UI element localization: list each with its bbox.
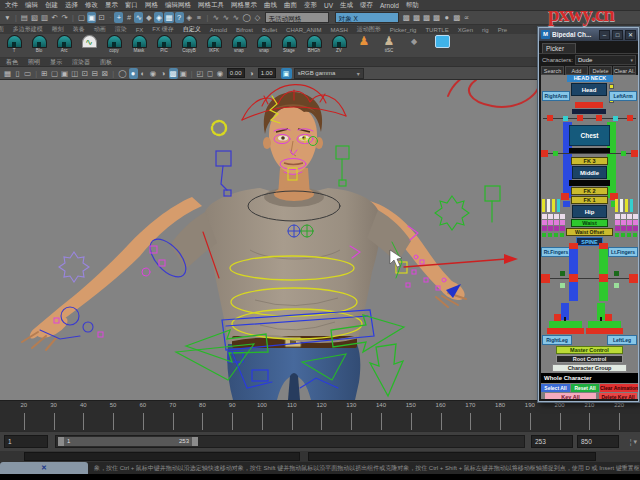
finger-block[interactable] xyxy=(633,233,637,237)
picker-waistoffset-button[interactable]: Waist Offset xyxy=(566,228,613,236)
shelf-tab[interactable]: 装备 xyxy=(73,25,85,34)
shelf-tab[interactable]: XGen xyxy=(458,27,473,33)
picker-head-button[interactable]: Head xyxy=(571,83,607,96)
maximize-icon[interactable]: □ xyxy=(612,30,623,40)
finger-block[interactable] xyxy=(633,226,638,231)
new-scene-icon[interactable]: ▤ xyxy=(20,12,29,23)
occlusion-icon[interactable]: ▩ xyxy=(169,68,178,79)
picker-foot-block[interactable] xyxy=(554,314,561,321)
render-icon[interactable]: ▩ xyxy=(402,12,411,23)
picker-fingers-right[interactable] xyxy=(614,199,638,245)
finger-block[interactable] xyxy=(627,214,632,219)
finger-bar[interactable] xyxy=(615,199,618,212)
shelf-tab[interactable]: rig xyxy=(482,27,489,33)
shelf-tab[interactable]: Bullet xyxy=(262,27,277,33)
picker-ltfingers-button[interactable]: Lt.Fingers xyxy=(608,247,638,257)
anti-alias-icon[interactable]: ▣ xyxy=(179,68,188,79)
picker-foot-block[interactable] xyxy=(605,314,612,321)
film-gate-icon[interactable]: ▢ xyxy=(50,68,59,79)
picker-block[interactable] xyxy=(621,151,626,156)
shelf-tab[interactable]: FX 缓存 xyxy=(152,25,173,34)
command-input[interactable] xyxy=(24,452,300,461)
lookdev-icon[interactable]: ▩ xyxy=(452,12,461,23)
picker-block[interactable] xyxy=(577,115,583,121)
help-tab[interactable]: ✕ xyxy=(0,462,88,474)
key-all-button[interactable]: Key All xyxy=(545,393,596,399)
select-object-icon[interactable]: ▣ xyxy=(87,12,96,23)
shelf-button-bhgh[interactable]: BHGh xyxy=(303,35,325,54)
picker-root-button[interactable]: Root Control xyxy=(556,355,623,363)
menuset-dropdown-icon[interactable]: ▾ xyxy=(3,12,12,23)
character-dropdown[interactable]: Dude ▾ xyxy=(575,55,636,65)
picker-leg-bar[interactable] xyxy=(569,243,578,301)
shelf-button[interactable] xyxy=(428,35,450,48)
finger-block[interactable] xyxy=(560,214,565,219)
field-chart-icon[interactable]: ⊡ xyxy=(80,68,89,79)
render-sequence-icon[interactable]: ▩ xyxy=(422,12,431,23)
picker-block[interactable] xyxy=(569,243,578,249)
close-icon[interactable]: ✕ xyxy=(41,464,47,471)
bookmark-icon[interactable]: ▯ xyxy=(13,68,22,79)
picker-block[interactable] xyxy=(627,115,633,121)
picker-block[interactable] xyxy=(596,115,602,121)
snap-grid-icon[interactable]: # xyxy=(124,12,133,23)
viewport[interactable] xyxy=(0,80,540,400)
finger-block[interactable] xyxy=(560,220,565,225)
finger-block[interactable] xyxy=(554,233,558,237)
menu-item[interactable]: 变形 xyxy=(304,1,317,10)
image-plane-icon[interactable]: ▭ xyxy=(23,68,32,79)
picker-block[interactable] xyxy=(553,151,558,156)
exposure-icon[interactable]: ◉ xyxy=(216,68,225,79)
picker-leftarm-button[interactable]: LeftArm xyxy=(609,91,637,101)
delete-key-all-button[interactable]: Delete Key All xyxy=(599,393,637,399)
shelf-button-tisc[interactable]: ♟tiSC xyxy=(378,35,400,54)
finger-block[interactable] xyxy=(627,220,632,225)
shelf-tab[interactable]: CHAR_ANIM xyxy=(286,27,321,33)
menu-item[interactable]: 编辑 xyxy=(25,1,38,10)
panel-menu-item[interactable]: 渲染器 xyxy=(72,58,90,67)
gamma-icon[interactable]: ◑ xyxy=(247,68,256,79)
menu-item[interactable]: 曲面 xyxy=(284,1,297,10)
scene-canvas[interactable] xyxy=(0,80,540,400)
resolution-gate-icon[interactable]: ▣ xyxy=(60,68,69,79)
finger-block[interactable] xyxy=(615,220,620,225)
shelf-button-mask[interactable]: Mask xyxy=(128,35,150,54)
make-live-icon[interactable]: ▦ xyxy=(164,12,173,23)
save-scene-icon[interactable]: ▥ xyxy=(40,12,49,23)
shelf-tab[interactable]: 曲线/曲面 xyxy=(0,25,4,34)
gamma-field[interactable]: 1.00 xyxy=(258,68,276,78)
finger-block[interactable] xyxy=(621,226,626,231)
undo-icon[interactable]: ↶ xyxy=(50,12,59,23)
finger-bar[interactable] xyxy=(620,199,623,212)
select-hierarchy-icon[interactable]: ▢ xyxy=(77,12,86,23)
lock-icon[interactable]: ◈ xyxy=(185,12,194,23)
numeric-input-field[interactable]: 对象 X xyxy=(335,12,399,23)
picker-master-button[interactable]: Master Control xyxy=(556,346,623,354)
playback-options-icons[interactable]: ¦ ▾ xyxy=(630,435,637,448)
shelf-tab[interactable]: 动画 xyxy=(94,25,106,34)
picker-foot-block[interactable] xyxy=(588,321,621,328)
picker-block[interactable] xyxy=(631,150,638,157)
shelf-tab[interactable]: 渲染 xyxy=(115,25,127,34)
picker-chargroup-button[interactable]: Character Group xyxy=(552,364,627,372)
finger-block[interactable] xyxy=(542,214,547,219)
safe-title-icon[interactable]: ⊠ xyxy=(100,68,109,79)
menu-item[interactable]: 文件 xyxy=(5,1,18,10)
picker-rightarm-button[interactable]: RightArm xyxy=(542,91,570,101)
anim-end-field[interactable]: 850 xyxy=(577,435,619,448)
panel-menu-item[interactable]: 着色 xyxy=(6,58,18,67)
finger-bar[interactable] xyxy=(552,199,555,212)
finger-block[interactable] xyxy=(627,226,632,231)
shelf-tab[interactable]: MASH xyxy=(330,27,347,33)
finger-block[interactable] xyxy=(560,233,564,237)
picker-block[interactable] xyxy=(614,271,619,276)
picker-middle-button[interactable]: Middle xyxy=(572,166,607,179)
menu-item[interactable]: 选择 xyxy=(65,1,78,10)
panel-menu-item[interactable]: 显示 xyxy=(50,58,62,67)
finger-block[interactable] xyxy=(542,233,546,237)
shadows-icon[interactable]: ◑ xyxy=(159,68,168,79)
shelf-button[interactable]: ♟ xyxy=(353,35,375,48)
picker-fk2-button[interactable]: FK 2 xyxy=(571,187,608,195)
reset-all-button[interactable]: Reset All xyxy=(571,384,599,392)
picker-block[interactable] xyxy=(541,274,550,283)
